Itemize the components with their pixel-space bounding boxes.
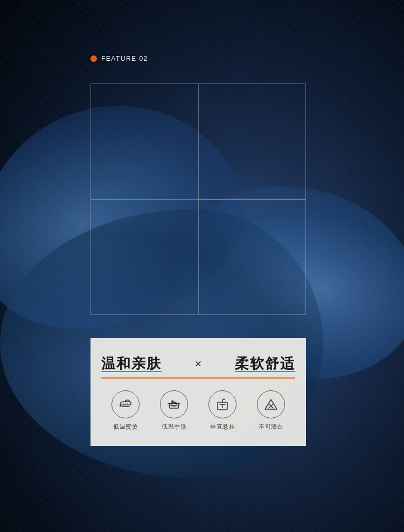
- svg-point-3: [125, 403, 126, 404]
- orange-divider: [101, 377, 295, 379]
- svg-point-2: [123, 403, 124, 404]
- no-bleach-icon: [257, 390, 285, 418]
- care-label-handwash: 低温手洗: [162, 423, 186, 431]
- care-item-handwash: 低温手洗: [150, 390, 198, 431]
- handwash-icon: [160, 390, 188, 418]
- title-left: 温和亲肤: [101, 354, 162, 373]
- care-label-no-bleach: 不可漂白: [259, 423, 283, 431]
- info-card: 温和亲肤 × 柔软舒适 低温熨烫: [90, 338, 306, 446]
- care-icons-row: 低温熨烫 低温手洗: [101, 390, 295, 431]
- hang-icon: [208, 390, 236, 418]
- orange-grid-line: [198, 199, 305, 200]
- feature-label-row: FEATURE 02: [90, 55, 148, 62]
- care-item-hang: 垂直悬挂: [198, 390, 247, 431]
- svg-point-4: [127, 403, 128, 404]
- care-item-iron: 低温熨烫: [101, 390, 150, 431]
- iron-icon: [112, 390, 140, 418]
- care-item-no-bleach: 不可漂白: [247, 390, 295, 431]
- title-row: 温和亲肤 × 柔软舒适: [101, 354, 295, 373]
- care-label-iron: 低温熨烫: [113, 423, 138, 431]
- title-right: 柔软舒适: [235, 354, 295, 373]
- title-cross: ×: [195, 357, 202, 371]
- grid-overlay: [90, 83, 306, 315]
- feature-text: FEATURE 02: [101, 55, 148, 62]
- care-label-hang: 垂直悬挂: [210, 423, 235, 431]
- feature-dot-icon: [90, 55, 97, 62]
